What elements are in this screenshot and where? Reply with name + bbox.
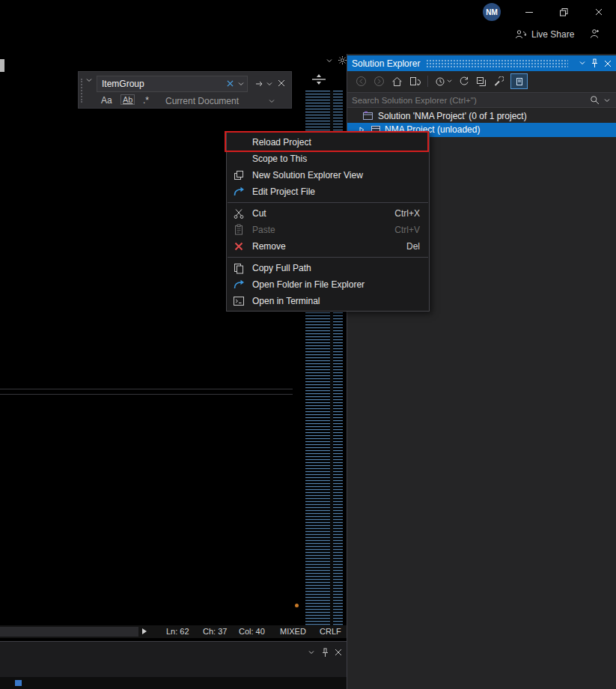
menu-item-open-in-terminal[interactable]: Open in Terminal — [227, 293, 429, 309]
pending-changes-filter-icon[interactable] — [435, 76, 452, 87]
minimize-icon — [525, 12, 533, 13]
menu-item-open-folder-in-file-explorer[interactable]: Open Folder in File Explorer — [227, 276, 429, 293]
scrollbar-marker — [295, 604, 299, 607]
clipboard-icon — [233, 224, 245, 236]
scroll-right-arrow-icon[interactable] — [142, 628, 147, 634]
header-grip — [426, 59, 568, 67]
editor-options-chevron-icon[interactable] — [326, 59, 332, 63]
bottom-tool-panel — [0, 641, 347, 689]
tree-item-label: Solution 'NMA Project' (0 of 1 project) — [378, 111, 527, 121]
remove-x-icon — [233, 240, 245, 252]
solution-explorer-header[interactable]: Solution Explorer — [347, 55, 616, 71]
menu-item-new-solution-explorer-view[interactable]: New Solution Explorer View — [227, 167, 429, 183]
live-share-button[interactable]: Live Share — [515, 27, 574, 42]
edit-project-file-icon — [233, 186, 245, 198]
search-icon[interactable] — [590, 95, 600, 105]
menu-item-edit-project-file[interactable]: Edit Project File — [227, 183, 429, 200]
menu-item-scope-to-this[interactable]: Scope to This — [227, 151, 429, 167]
refresh-icon[interactable] — [459, 76, 469, 87]
find-bar: Aa Ab .* Current Document — [78, 71, 292, 109]
solution-search-input[interactable] — [347, 92, 616, 108]
solution-search — [347, 92, 616, 108]
status-line-ending: CRLF — [320, 627, 341, 636]
close-icon[interactable] — [335, 649, 342, 656]
scope-chevron-icon[interactable] — [269, 100, 275, 103]
preview-selected-items-toggle[interactable] — [510, 73, 528, 89]
collapse-all-icon[interactable] — [476, 76, 487, 87]
search-options-chevron-icon[interactable] — [604, 99, 610, 103]
account-avatar[interactable]: NM — [483, 3, 501, 21]
open-folder-arrow-icon — [233, 279, 245, 291]
home-icon[interactable] — [391, 76, 403, 87]
menu-item-reload-project[interactable]: Reload Project — [227, 134, 429, 151]
terminal-icon — [233, 295, 245, 307]
status-line: Ln: 62 — [166, 627, 189, 636]
person-icon — [589, 28, 600, 39]
forward-icon[interactable] — [373, 76, 385, 87]
editor-status-bar: Ln: 62 Ch: 37 Col: 40 MIXED CRLF — [0, 625, 347, 638]
panel-marker — [15, 680, 22, 686]
live-share-label: Live Share — [531, 29, 574, 40]
menu-separator — [228, 257, 428, 258]
panel-options-chevron-icon[interactable] — [308, 651, 314, 655]
close-button[interactable] — [582, 0, 616, 24]
clear-search-icon[interactable] — [227, 80, 234, 87]
whole-word-toggle[interactable]: Ab — [121, 94, 135, 105]
horizontal-scrollbar-thumb[interactable] — [0, 627, 138, 637]
pin-icon[interactable] — [321, 648, 329, 658]
context-menu: Reload Project Scope to This New Solutio… — [226, 132, 430, 312]
find-next-icon[interactable] — [255, 80, 264, 88]
feedback-button[interactable] — [589, 28, 600, 39]
live-share-icon — [515, 29, 527, 40]
document-icon — [515, 77, 524, 86]
solution-icon — [362, 111, 373, 121]
toolbar-separator — [427, 76, 428, 87]
window-position-chevron-icon[interactable] — [579, 61, 585, 65]
panel-title: Solution Explorer — [352, 58, 420, 69]
close-find-icon[interactable] — [278, 79, 285, 87]
restore-icon — [560, 8, 568, 16]
search-scope-dropdown[interactable]: Current Document — [165, 96, 239, 106]
split-handle-icon[interactable] — [311, 73, 327, 85]
status-column: Col: 40 — [239, 627, 265, 636]
close-icon[interactable] — [604, 60, 612, 67]
status-encoding: MIXED — [280, 627, 306, 636]
panel-scrollbar[interactable] — [0, 677, 347, 689]
solution-explorer-toolbar — [347, 71, 616, 91]
menu-item-cut[interactable]: Cut Ctrl+X — [227, 205, 429, 222]
sync-with-active-document-icon[interactable] — [409, 76, 421, 87]
menu-separator — [228, 202, 428, 203]
tree-item-solution[interactable]: Solution 'NMA Project' (0 of 1 project) — [347, 109, 616, 123]
menu-item-paste[interactable]: Paste Ctrl+V — [227, 222, 429, 238]
menu-item-copy-full-path[interactable]: Copy Full Path — [227, 260, 429, 276]
back-icon[interactable] — [356, 76, 367, 87]
match-case-toggle[interactable]: Aa — [101, 95, 112, 106]
close-icon — [595, 8, 603, 16]
copy-icon — [233, 262, 245, 274]
search-history-chevron-icon[interactable] — [238, 82, 244, 86]
pin-icon[interactable] — [591, 58, 599, 68]
status-char: Ch: 37 — [203, 627, 227, 636]
minimize-button[interactable] — [512, 0, 546, 24]
restore-button[interactable] — [546, 0, 581, 24]
splitter-line[interactable] — [0, 394, 293, 395]
find-input[interactable] — [97, 76, 248, 92]
editor-margin-block — [0, 59, 4, 72]
scissors-icon — [233, 207, 245, 219]
properties-wrench-icon[interactable] — [493, 76, 504, 87]
regex-toggle[interactable]: .* — [143, 95, 149, 106]
splitter-line[interactable] — [0, 389, 293, 389]
menu-item-remove[interactable]: Remove Del — [227, 238, 429, 255]
find-options-row: Aa Ab .* Current Document — [79, 94, 293, 109]
find-options-chevron-icon[interactable] — [266, 82, 272, 86]
expand-replace-chevron-icon[interactable] — [86, 79, 92, 82]
new-view-icon — [233, 169, 245, 181]
